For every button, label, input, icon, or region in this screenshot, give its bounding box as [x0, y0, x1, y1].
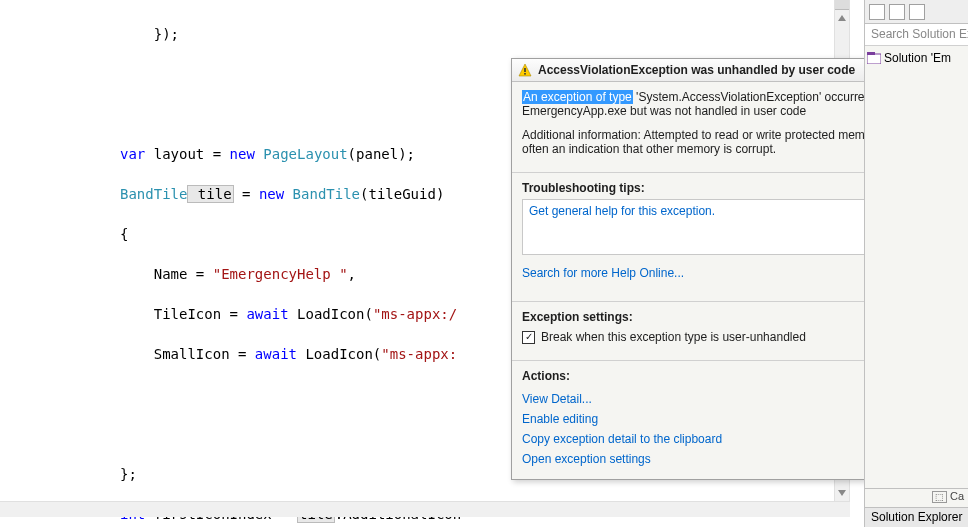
break-checkbox[interactable]: ✓ — [522, 331, 535, 344]
selected-text: An exception of type — [522, 90, 633, 104]
break-label: Break when this exception type is user-u… — [541, 330, 806, 344]
tip-link[interactable]: Get general help for this exception. — [529, 204, 715, 218]
toolbar-button[interactable] — [889, 4, 905, 20]
toolbar-button[interactable] — [869, 4, 885, 20]
solution-explorer-tab[interactable]: Solution Explorer — [865, 507, 968, 527]
splitter-handle[interactable] — [835, 0, 849, 10]
additional-info: Additional information: Attempted to rea… — [522, 128, 922, 156]
solution-tree[interactable]: Solution 'Em — [865, 46, 968, 70]
scroll-up-arrow[interactable] — [835, 10, 849, 26]
svg-rect-5 — [867, 54, 881, 64]
solution-label: Solution 'Em — [884, 51, 951, 65]
toolbar-button[interactable] — [909, 4, 925, 20]
svg-rect-6 — [867, 52, 875, 55]
code-keyword: var — [120, 146, 145, 162]
svg-rect-4 — [524, 73, 526, 75]
solution-icon — [867, 52, 881, 64]
editor-horizontal-scrollbar[interactable] — [0, 501, 850, 517]
svg-rect-3 — [524, 68, 526, 72]
svg-marker-0 — [838, 15, 846, 21]
svg-marker-1 — [838, 490, 846, 496]
solution-explorer: Search Solution Ex Solution 'Em ⬚ Ca Sol… — [864, 0, 968, 527]
solution-node[interactable]: Solution 'Em — [867, 50, 966, 66]
warning-icon — [518, 63, 532, 77]
search-solution-input[interactable]: Search Solution Ex — [865, 24, 968, 46]
solution-toolbar — [865, 0, 968, 24]
scroll-down-arrow[interactable] — [835, 485, 849, 501]
code-text: }); — [154, 26, 179, 42]
status-mini: ⬚ Ca — [865, 489, 968, 507]
